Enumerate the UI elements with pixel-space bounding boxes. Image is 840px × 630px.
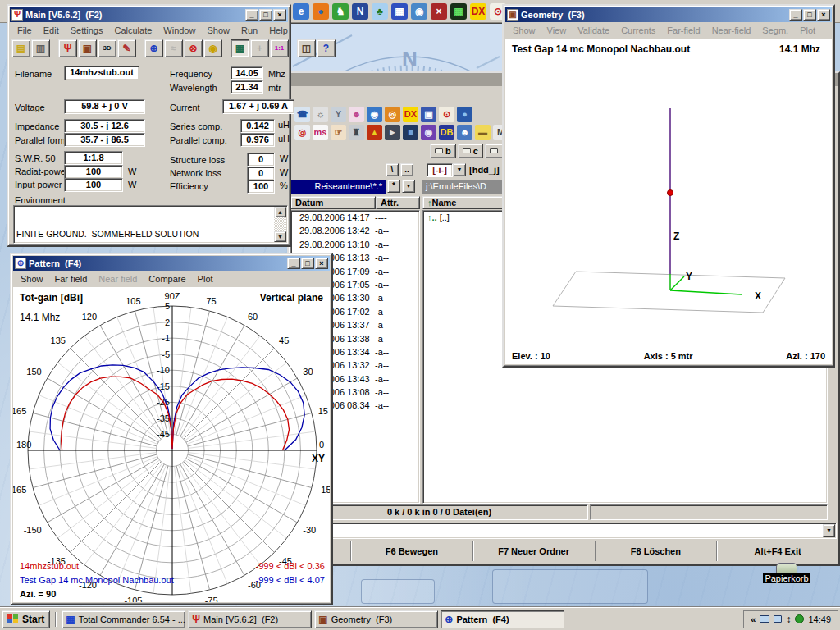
file-row[interactable]: 29.08.2006 14:17---- xyxy=(291,211,419,224)
command-history-arrow[interactable]: ▼ xyxy=(823,524,835,537)
parallel-form-field[interactable]: 35.7 - j 86.5 xyxy=(64,133,145,147)
tray-chevron-icon[interactable]: « xyxy=(751,614,756,624)
menu-item-show[interactable]: Show xyxy=(15,272,49,285)
scale-1-1-icon[interactable]: 1:1 xyxy=(270,39,289,57)
satellite-icon[interactable]: Y xyxy=(331,107,346,122)
menu-item-validate[interactable]: Validate xyxy=(572,24,615,37)
task-button-total-commander[interactable]: ▦Total Commander 6.54 - ... xyxy=(62,610,185,628)
environment-box[interactable]: FINITE GROUND. SOMMERFELD SOLUTION RELAT… xyxy=(13,205,288,244)
geometry-canvas[interactable]: Test Gap 14 mc Monopol Nachbau.out 14.1 … xyxy=(505,39,832,364)
menu-item-view[interactable]: View xyxy=(541,24,573,37)
path-dropdown-button[interactable]: ▼ xyxy=(402,180,415,193)
optimizer-icon[interactable]: + xyxy=(250,39,269,57)
floppy-app-icon[interactable]: ▦ xyxy=(391,3,408,20)
file-row[interactable]: 29.08.2006 13:10-a-- xyxy=(291,238,419,251)
efficiency-field[interactable]: 100 xyxy=(247,180,275,194)
task-button-geometry-window[interactable]: ▣Geometry (F3) xyxy=(314,610,438,628)
frequency-field[interactable]: 14.05 xyxy=(231,66,263,80)
series-comp-field[interactable]: 0.142 xyxy=(240,119,275,133)
robot-tool-icon[interactable]: ♜ xyxy=(349,125,364,140)
maximize-button[interactable]: □ xyxy=(259,9,272,21)
geometry-titlebar[interactable]: ▣ Geometry (F3) _□× xyxy=(505,7,832,22)
scrollbar-track[interactable] xyxy=(274,217,286,231)
menu-item-plot[interactable]: Plot xyxy=(794,24,821,37)
minimize-button[interactable]: _ xyxy=(245,9,258,21)
fkey-button-f6-bewegen[interactable]: F6 Bewegen xyxy=(350,541,472,561)
network-icon[interactable] xyxy=(760,615,769,623)
dx-cluster-icon[interactable]: DX xyxy=(403,107,418,122)
close-button[interactable]: × xyxy=(817,9,830,21)
fkey-button-alt-f4-exit[interactable]: Alt+F4 Exit xyxy=(716,541,838,561)
rocket-icon[interactable]: ▲ xyxy=(367,125,382,140)
main-titlebar[interactable]: Ψ Main [V5.6.2] (F2) _□× xyxy=(10,7,288,22)
menu-item-plot[interactable]: Plot xyxy=(192,272,219,285)
menu-item-far-field[interactable]: Far-field xyxy=(661,24,705,37)
emule-icon[interactable] xyxy=(795,614,804,623)
menu-item-far-field[interactable]: Far field xyxy=(49,272,94,285)
left-panel-path[interactable]: Reiseantenne\*.* xyxy=(290,180,386,194)
up-dir-button[interactable]: .. xyxy=(400,163,413,176)
netscape-icon[interactable]: N xyxy=(352,3,368,20)
network-loss-field[interactable]: 0 xyxy=(247,167,275,180)
structure-loss-field[interactable]: 0 xyxy=(247,153,275,167)
updown-arrows-icon[interactable]: ↕ xyxy=(786,614,791,625)
column-header-attr[interactable]: Attr. xyxy=(376,196,420,209)
file-row[interactable]: 29.08.2006 13:42-a-- xyxy=(291,224,419,237)
menu-item-file[interactable]: File xyxy=(11,24,38,37)
pattern-titlebar[interactable]: ⊕ Pattern (F4) _□× xyxy=(13,256,330,271)
db-tool-icon[interactable]: DB xyxy=(439,125,454,140)
dx-app-icon[interactable]: DX xyxy=(470,3,486,20)
nec-editor-icon[interactable]: ✎ xyxy=(117,39,136,57)
menu-item-calculate[interactable]: Calculate xyxy=(108,24,158,37)
cd-burn-icon[interactable]: ◎ xyxy=(385,107,400,122)
viewer-3d-icon[interactable]: 3D xyxy=(98,39,116,57)
wavelength-field[interactable]: 21.34 xyxy=(231,80,263,94)
users-tool-icon[interactable]: ☻ xyxy=(457,125,472,140)
freq-sweep-icon[interactable]: ◉ xyxy=(203,39,222,57)
scroll-down-icon[interactable]: ▼ xyxy=(274,231,286,242)
close-app-icon[interactable]: × xyxy=(431,3,447,20)
menu-item-show[interactable]: Show xyxy=(507,24,541,37)
tree-app-icon[interactable]: ♣ xyxy=(372,3,388,20)
antenna-view-icon[interactable]: Ψ xyxy=(58,39,77,57)
drive-combo[interactable]: [-i-] xyxy=(427,163,453,177)
network2-icon[interactable] xyxy=(774,615,782,623)
globe-net-icon[interactable]: ● xyxy=(457,107,472,122)
task-button-pattern-window[interactable]: ⊕Pattern (F4) xyxy=(441,610,564,628)
far-field-icon[interactable]: ⊕ xyxy=(144,39,163,57)
maximize-button[interactable]: □ xyxy=(301,258,314,269)
voltage-field[interactable]: 59.8 + j 0 V xyxy=(64,99,145,114)
menu-item-help[interactable]: Help xyxy=(263,24,294,37)
menu-item-settings[interactable]: Settings xyxy=(65,24,109,37)
input-power-field[interactable]: 100 xyxy=(64,178,123,192)
media-masks-icon[interactable]: ☻ xyxy=(349,107,364,122)
speed-gauge-icon[interactable]: ⊙ xyxy=(439,107,454,122)
settings-gear-icon[interactable]: ☼ xyxy=(313,107,328,122)
dragon-app-icon[interactable]: ♞ xyxy=(332,3,349,20)
menu-item-near-field[interactable]: Near-field xyxy=(706,24,757,37)
manual-icon[interactable]: ◫ xyxy=(297,39,316,57)
environment-scrollbar[interactable]: ▲ ▼ xyxy=(274,207,286,242)
menu-item-window[interactable]: Window xyxy=(158,24,201,37)
drive-button-b[interactable]: b xyxy=(430,144,456,158)
grid-app-icon[interactable]: ▦ xyxy=(450,3,467,20)
swr-field[interactable]: 1:1.8 xyxy=(64,151,123,165)
parallel-comp-field[interactable]: 0.976 xyxy=(240,133,275,147)
near-field-icon[interactable]: ≈ xyxy=(164,39,183,57)
minimize-button[interactable]: _ xyxy=(789,9,802,21)
start-button[interactable]: Start xyxy=(2,610,50,628)
globe-app-icon[interactable]: ◉ xyxy=(411,3,427,20)
cd-tool-icon[interactable]: ◉ xyxy=(421,125,436,140)
column-header-datum[interactable]: Datum xyxy=(290,196,376,209)
open-file-icon[interactable]: ▤ xyxy=(11,39,30,57)
menu-item-edit[interactable]: Edit xyxy=(38,24,65,37)
smith-ch-icon[interactable]: ⊗ xyxy=(184,39,203,57)
internet-explorer-icon[interactable]: e xyxy=(293,3,309,20)
geometry-editor-icon[interactable]: ▣ xyxy=(78,39,97,57)
ms-badge-icon[interactable]: ms xyxy=(313,125,328,140)
help-icon[interactable]: ? xyxy=(317,39,336,57)
hand-cursor-icon[interactable]: ☞ xyxy=(331,125,346,140)
impedance-field[interactable]: 30.5 - j 12.6 xyxy=(64,119,145,133)
recycle-bin-label[interactable]: Papierkorb xyxy=(763,573,810,583)
menu-item-run[interactable]: Run xyxy=(235,24,263,37)
